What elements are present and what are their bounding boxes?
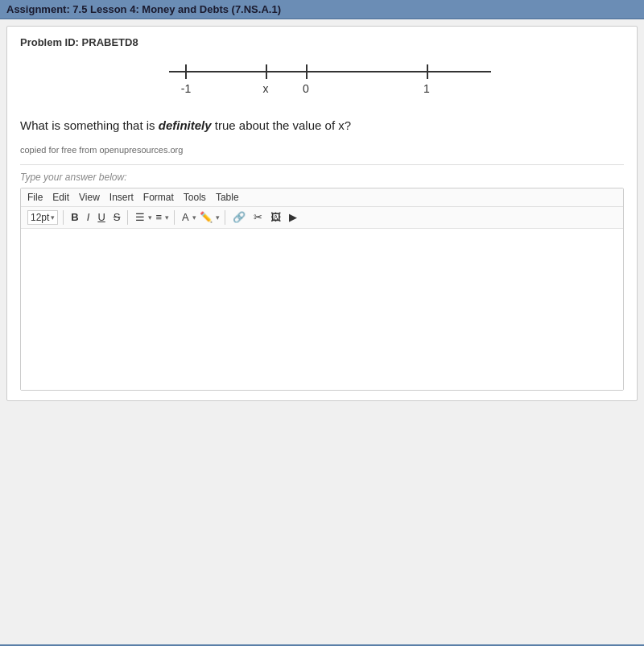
answer-prompt: Type your answer below: bbox=[20, 172, 624, 183]
ul-chevron: ▾ bbox=[148, 213, 152, 222]
label-one: 1 bbox=[423, 82, 430, 95]
divider bbox=[20, 164, 624, 165]
link-button[interactable]: 🔗 bbox=[230, 210, 248, 224]
italic-button[interactable]: I bbox=[85, 210, 93, 224]
strikethrough-button[interactable]: S bbox=[111, 210, 123, 224]
highlight-button[interactable]: ✏️ bbox=[197, 210, 215, 224]
text-color-chevron: ▾ bbox=[192, 213, 196, 222]
number-line-axis bbox=[169, 71, 491, 72]
title-text: Assignment: 7.5 Lesson 4: Money and Debt… bbox=[6, 3, 281, 15]
question-suffix: true about the value of x? bbox=[212, 118, 351, 132]
ordered-list-button[interactable]: ≡ bbox=[153, 210, 164, 224]
sep-1 bbox=[63, 210, 64, 225]
menu-view[interactable]: View bbox=[79, 192, 100, 203]
menu-format[interactable]: Format bbox=[143, 192, 174, 203]
bold-button[interactable]: B bbox=[68, 210, 80, 224]
text-color-button[interactable]: A bbox=[180, 210, 192, 224]
tick-x bbox=[266, 64, 267, 79]
underline-button[interactable]: U bbox=[95, 210, 107, 224]
menu-edit[interactable]: Edit bbox=[52, 192, 69, 203]
question-italic: definitely bbox=[159, 118, 212, 132]
question-text: What is something that is definitely tru… bbox=[20, 117, 624, 135]
font-size-selector[interactable]: 12pt ▾ bbox=[27, 210, 58, 225]
color-buttons: A ▾ ✏️ ▾ bbox=[180, 210, 220, 224]
editor-menubar: File Edit View Insert Format Tools Table bbox=[21, 188, 623, 207]
menu-table[interactable]: Table bbox=[216, 192, 239, 203]
tick-zero bbox=[306, 64, 308, 79]
problem-card: Problem ID: PRABETD8 -1 x 0 1 What is s bbox=[6, 26, 638, 401]
editor-toolbar: 12pt ▾ B I U S ☰ ▾ ≡ ▾ A ▾ bbox=[21, 207, 623, 229]
menu-file[interactable]: File bbox=[27, 192, 43, 203]
font-size-value: 12pt bbox=[31, 212, 49, 223]
menu-insert[interactable]: Insert bbox=[109, 192, 134, 203]
unordered-list-button[interactable]: ☰ bbox=[133, 210, 147, 224]
font-size-chevron: ▾ bbox=[51, 213, 55, 222]
sep-4 bbox=[225, 210, 225, 225]
image-button[interactable]: 🖼 bbox=[268, 210, 283, 224]
number-line-container: -1 x 0 1 bbox=[20, 60, 624, 104]
list-buttons: ☰ ▾ ≡ ▾ bbox=[133, 210, 169, 224]
label-zero: 0 bbox=[303, 82, 309, 95]
problem-id-line: Problem ID: PRABETD8 bbox=[20, 36, 624, 48]
editor-content-area[interactable] bbox=[21, 229, 623, 390]
question-prefix: What is something that is bbox=[20, 118, 159, 132]
menu-tools[interactable]: Tools bbox=[184, 192, 206, 203]
rich-text-editor: File Edit View Insert Format Tools Table… bbox=[20, 188, 624, 391]
tick-one bbox=[427, 64, 428, 79]
title-bar: Assignment: 7.5 Lesson 4: Money and Debt… bbox=[0, 0, 644, 19]
unlink-button[interactable]: ✂ bbox=[251, 210, 265, 224]
problem-id-label: Problem ID: bbox=[20, 36, 79, 48]
media-button[interactable]: ▶ bbox=[287, 210, 299, 224]
ol-chevron: ▾ bbox=[165, 213, 169, 222]
attribution-text: copied for free from openupresources.org bbox=[20, 145, 624, 155]
highlight-chevron: ▾ bbox=[216, 213, 220, 222]
label-minus1: -1 bbox=[181, 82, 191, 95]
sep-3 bbox=[174, 210, 175, 225]
problem-id-value: PRABETD8 bbox=[82, 36, 138, 48]
label-x: x bbox=[263, 82, 269, 95]
sep-2 bbox=[127, 210, 128, 225]
tick-minus1 bbox=[185, 64, 187, 79]
